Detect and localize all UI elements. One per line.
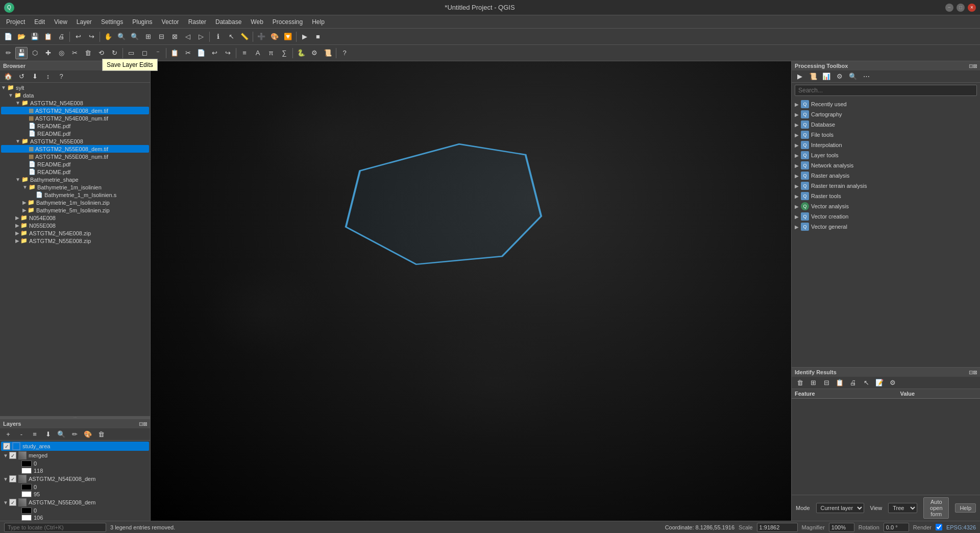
select-features-button[interactable]: ▭: [125, 47, 137, 59]
field-calculator-button[interactable]: ∑: [278, 47, 290, 59]
diagram-button[interactable]: π: [265, 47, 277, 59]
filter-button[interactable]: 🔽: [282, 31, 294, 43]
label-button[interactable]: A: [252, 47, 264, 59]
layer-visibility-check[interactable]: ✓: [9, 475, 16, 482]
copy-features-button[interactable]: 📄: [195, 47, 207, 59]
zoom-full-button[interactable]: ⊞: [142, 31, 154, 43]
browser-help-button[interactable]: ?: [55, 70, 67, 83]
history-button[interactable]: 📜: [322, 47, 334, 59]
browser-tree-item-bathy_1m_iso[interactable]: ▼📁Bathymetrie_1m_isolinien: [1, 183, 149, 191]
save-edits-button[interactable]: 💾: [15, 47, 28, 59]
layer-item-astgtm2_n55e008_dem[interactable]: ▼ ✓ ASTGTM2_N55E008_dem: [1, 498, 149, 507]
zoom-next-button[interactable]: ▷: [195, 31, 207, 43]
browser-tree-item-num1[interactable]: ▦ASTGTM2_N54E008_num.tif: [1, 114, 149, 122]
undo-button[interactable]: ↩: [72, 31, 84, 43]
open-attribute-table-button[interactable]: ≡: [238, 47, 251, 59]
proc-item-raster_analysis[interactable]: ▶ Q Raster analysis: [793, 171, 979, 181]
proc-item-recently_used[interactable]: ▶ Q Recently used: [793, 99, 979, 109]
menu-database[interactable]: Database: [211, 17, 246, 27]
browser-resize-handle[interactable]: ···: [0, 416, 150, 418]
browser-tree-item-data[interactable]: ▼📁data: [1, 91, 149, 99]
auto-open-form-button[interactable]: Auto open form: [923, 497, 949, 519]
proc-item-vector_general[interactable]: ▶ Q Vector general: [793, 222, 979, 232]
browser-tree-item-n054e008[interactable]: ▶📁N054E008: [1, 214, 149, 222]
layer-expand-arrow[interactable]: ▼: [3, 453, 8, 458]
pan-button[interactable]: ✋: [102, 31, 114, 43]
browser-filter-button[interactable]: ⬇: [29, 70, 41, 83]
zoom-in-button[interactable]: 🔍: [115, 31, 128, 43]
rotation-input[interactable]: [884, 523, 909, 532]
browser-tree-item-astgtm2_n55e008[interactable]: ▼📁ASTGTM2_N55E008: [1, 137, 149, 145]
save-project-button[interactable]: 💾: [29, 31, 41, 43]
browser-tree-item-bathy_1m_file[interactable]: 📄Bathymetrie_1_m_Isolinien.s: [1, 191, 149, 199]
browser-tree-item-bathy_5m_zip[interactable]: ▶📁Bathymetrie_5m_Isolinien.zip: [1, 206, 149, 214]
menu-plugins[interactable]: Plugins: [128, 17, 156, 27]
browser-tree-item-readme2b[interactable]: 📄README.pdf: [1, 168, 149, 176]
render-checkbox[interactable]: [936, 524, 942, 530]
layers-remove-layer-button[interactable]: 🗑: [95, 428, 107, 441]
invert-selection-button[interactable]: ⁻: [152, 47, 164, 59]
proc-item-raster_tools[interactable]: ▶ Q Raster tools: [793, 191, 979, 201]
layer-visibility-check[interactable]: ✓: [3, 443, 10, 450]
close-button[interactable]: ×: [968, 4, 976, 12]
identify-clear-button[interactable]: 🗑: [794, 377, 806, 389]
proc-run-button[interactable]: ▶: [794, 70, 806, 83]
layer-item-n55_106[interactable]: 106: [1, 514, 149, 521]
layer-item-merged[interactable]: ▼ ✓ merged: [1, 451, 149, 460]
proc-item-raster_terrain_analysis[interactable]: ▶ Q Raster terrain analysis: [793, 181, 979, 191]
layer-expand-arrow[interactable]: ▼: [3, 476, 8, 482]
identify-expand-button[interactable]: ⊞: [807, 377, 819, 389]
layers-remove-button[interactable]: -: [15, 428, 28, 441]
proc-options-button[interactable]: ⚙: [834, 70, 846, 83]
browser-collapse-button[interactable]: ↕: [42, 70, 54, 83]
browser-home-button[interactable]: 🏠: [2, 70, 14, 83]
proc-item-database[interactable]: ▶ Q Database: [793, 119, 979, 130]
browser-tree-item-dem2[interactable]: ▦ASTGTM2_N55E008_dem.tif: [1, 145, 149, 153]
stop-render-button[interactable]: ■: [312, 31, 324, 43]
layer-item-n55_0[interactable]: 0: [1, 507, 149, 514]
browser-tree-item-astgtm2_n54e008_zip[interactable]: ▶📁ASTGTM2_N54E008.zip: [1, 229, 149, 237]
zoom-last-button[interactable]: ◁: [182, 31, 194, 43]
help-toolbar-button[interactable]: ?: [338, 47, 351, 59]
browser-tree-item-n055e008[interactable]: ▶📁N055E008: [1, 222, 149, 229]
render-button[interactable]: ▶: [299, 31, 311, 43]
measure-button[interactable]: 📏: [238, 31, 251, 43]
menu-vector[interactable]: Vector: [158, 17, 183, 27]
proc-item-network_analysis[interactable]: ▶ Q Network analysis: [793, 160, 979, 171]
layers-add-button[interactable]: +: [2, 428, 14, 441]
menu-help[interactable]: Help: [308, 17, 329, 27]
style-manager-button[interactable]: 🎨: [268, 31, 281, 43]
identify-select-button[interactable]: ↖: [860, 377, 872, 389]
menu-project[interactable]: Project: [2, 17, 29, 27]
proc-more-button[interactable]: ⋯: [860, 70, 872, 83]
undo-edit-button[interactable]: ↩: [208, 47, 220, 59]
layers-style-button[interactable]: 🎨: [82, 428, 94, 441]
layer-item-n54_0[interactable]: 0: [1, 483, 149, 491]
add-feature-button[interactable]: ✚: [42, 47, 54, 59]
layers-edit-button[interactable]: ✏: [68, 428, 81, 441]
proc-item-interpolation[interactable]: ▶ Q Interpolation: [793, 140, 979, 150]
maximize-button[interactable]: □: [957, 4, 965, 12]
browser-tree-item-num2[interactable]: ▦ASTGTM2_N55E008_num.tif: [1, 153, 149, 160]
proc-item-vector_analysis[interactable]: ▶ Q Vector analysis: [793, 201, 979, 211]
layer-item-n54_95[interactable]: 95: [1, 491, 149, 498]
browser-tree-item-bathymetrie_shape[interactable]: ▼📁Bathymetrie_shape: [1, 176, 149, 183]
proc-item-layer_tools[interactable]: ▶ Q Layer tools: [793, 150, 979, 160]
edit-vertices-button[interactable]: ⬡: [29, 47, 41, 59]
proc-item-cartography[interactable]: ▶ Q Cartography: [793, 109, 979, 119]
new-project-button[interactable]: 📄: [2, 31, 14, 43]
proc-item-file_tools[interactable]: ▶ Q File tools: [793, 130, 979, 140]
layers-open-table-button[interactable]: ≡: [29, 428, 41, 441]
menu-settings[interactable]: Settings: [97, 17, 127, 27]
browser-refresh-button[interactable]: ↺: [15, 70, 28, 83]
layer-expand-arrow[interactable]: ▼: [3, 500, 8, 505]
zoom-selection-button[interactable]: ⊟: [155, 31, 167, 43]
proc-history-button[interactable]: 📜: [807, 70, 819, 83]
layer-item-merged_0[interactable]: 0: [1, 460, 149, 467]
proc-results-button[interactable]: 📊: [820, 70, 832, 83]
layer-item-astgtm2_n54e008_dem[interactable]: ▼ ✓ ASTGTM2_N54E008_dem: [1, 474, 149, 483]
layer-item-study_area[interactable]: ✓ study_area: [1, 442, 149, 451]
toggle-edit-button[interactable]: ✏: [2, 47, 14, 59]
proc-search-mode-button[interactable]: 🔍: [847, 70, 859, 83]
open-project-button[interactable]: 📂: [15, 31, 28, 43]
